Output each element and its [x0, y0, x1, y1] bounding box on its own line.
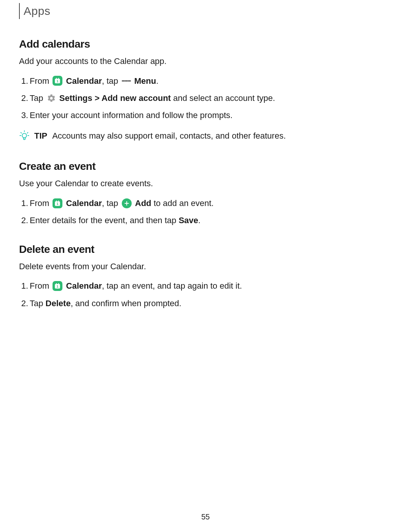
text: , and confirm when prompted. — [71, 299, 182, 308]
tip-content: TIP Accounts may also support email, con… — [34, 129, 286, 142]
section-heading-create-event: Create an event — [19, 160, 392, 173]
section2-step2: Enter details for the event, and then ta… — [30, 214, 392, 227]
svg-text:1: 1 — [57, 80, 59, 83]
menu-label: Menu — [134, 76, 156, 86]
text: , tap an event, and tap again to edit it… — [102, 281, 242, 291]
section2-step1: From 1 Calendar, tap Add to add an event… — [30, 197, 392, 210]
text: > — [92, 93, 102, 103]
text: Tap — [30, 299, 46, 308]
text: , tap — [102, 76, 121, 86]
calendar-label: Calendar — [66, 198, 102, 208]
add-account-label: Add new account — [102, 93, 171, 103]
text: and select an account type. — [171, 93, 275, 103]
section-heading-add-calendars: Add calendars — [19, 38, 392, 50]
section3-intro: Delete events from your Calendar. — [19, 261, 392, 273]
text: From — [30, 281, 51, 291]
svg-rect-18 — [58, 283, 59, 285]
settings-label: Settings — [59, 93, 92, 103]
page-number: 55 — [0, 513, 411, 521]
text: , tap — [102, 198, 121, 208]
svg-text:1: 1 — [57, 285, 59, 288]
section1-step1: From 1 Calendar, tap Menu. — [30, 74, 392, 88]
text: From — [30, 76, 51, 86]
text: Enter details for the event, and then ta… — [30, 216, 178, 225]
svg-line-5 — [21, 133, 22, 133]
svg-rect-17 — [56, 283, 57, 285]
text: . — [156, 76, 158, 86]
svg-rect-2 — [58, 78, 59, 80]
calendar-icon: 1 — [53, 281, 62, 291]
plus-icon — [122, 198, 132, 208]
calendar-label: Calendar — [66, 281, 102, 291]
section1-steps: From 1 Calendar, tap Menu. Tap Settings … — [19, 74, 392, 122]
section3-steps: From 1 Calendar, tap an event, and tap a… — [19, 279, 392, 310]
svg-rect-11 — [56, 200, 57, 202]
section3-step1: From 1 Calendar, tap an event, and tap a… — [30, 279, 392, 292]
text: . — [198, 216, 201, 225]
tip-label: TIP — [34, 131, 47, 141]
header-title: Apps — [24, 5, 50, 18]
section-heading-delete-event: Delete an event — [19, 243, 392, 256]
text: From — [30, 198, 51, 208]
svg-text:1: 1 — [57, 202, 59, 206]
page-header: Apps — [19, 3, 392, 19]
section2-intro: Use your Calendar to create events. — [19, 178, 392, 190]
tip-block: TIP Accounts may also support email, con… — [19, 129, 392, 144]
gear-icon — [47, 94, 56, 103]
calendar-icon: 1 — [53, 198, 62, 208]
save-label: Save — [178, 216, 198, 225]
lightbulb-icon — [19, 130, 30, 144]
section1-intro: Add your accounts to the Calendar app. — [19, 56, 392, 67]
section2-steps: From 1 Calendar, tap Add to add an event… — [19, 197, 392, 227]
delete-label: Delete — [46, 299, 71, 308]
svg-line-6 — [27, 133, 28, 133]
add-label: Add — [135, 198, 151, 208]
menu-icon — [122, 77, 131, 85]
text: to add an event. — [151, 198, 214, 208]
text: Tap — [30, 93, 46, 103]
section1-step2: Tap Settings > Add new account and selec… — [30, 91, 392, 105]
tip-text: Accounts may also support email, contact… — [50, 131, 286, 141]
svg-rect-12 — [58, 200, 59, 202]
svg-rect-1 — [56, 78, 57, 80]
calendar-label: Calendar — [66, 76, 102, 86]
header-rule — [19, 3, 20, 19]
svg-point-9 — [22, 134, 27, 138]
section1-step3: Enter your account information and follo… — [30, 109, 392, 122]
section3-step2: Tap Delete, and confirm when prompted. — [30, 297, 392, 310]
calendar-icon: 1 — [53, 76, 62, 86]
